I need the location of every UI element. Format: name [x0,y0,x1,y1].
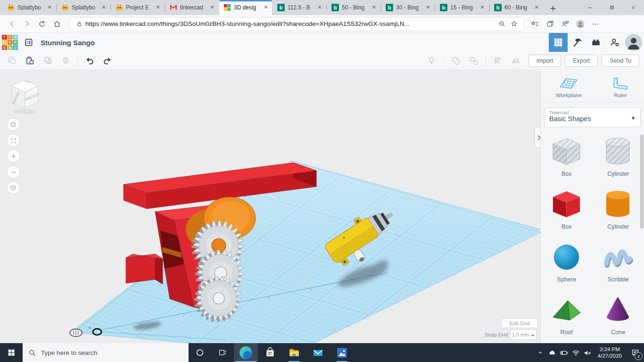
group-icon[interactable] [448,55,464,67]
tab-close-icon[interactable]: × [424,4,432,11]
redo-icon[interactable] [99,55,116,67]
align-icon[interactable] [490,55,506,67]
favorite-star-icon[interactable] [508,19,520,29]
import-button[interactable]: Import [528,55,561,67]
favorites-bar-icon[interactable] [528,17,542,31]
more-menu-icon[interactable] [588,17,603,31]
shape-sphere-sphere[interactable]: Sphere [541,239,593,292]
minimize-button[interactable] [579,0,601,15]
taskbar-app-file-explorer[interactable] [282,343,306,362]
tinkercad-logo[interactable]: TINKERCAD [2,35,18,50]
notification-center-icon[interactable]: 2 [626,343,644,362]
show-all-icon[interactable] [424,55,440,67]
viewport-3d[interactable]: × TOP FRONT RIGHT Edit Grid Snap Grid 1.… [0,69,540,343]
cortana-icon[interactable] [189,343,211,362]
tab-close-icon[interactable]: × [316,4,323,11]
account-avatar[interactable] [625,34,642,51]
browser-tab[interactable]: b15 - Bing× [436,0,488,15]
undo-icon[interactable] [82,55,98,67]
tab-close-icon[interactable]: × [46,4,53,11]
tab-close-icon[interactable]: × [208,4,216,11]
close-window-button[interactable] [622,0,644,15]
home-icon[interactable] [50,17,64,31]
tab-close-icon[interactable]: × [370,4,378,11]
shape-cone-cone[interactable]: Cone [593,292,644,345]
taskbar-app-mail[interactable] [306,343,330,362]
shape-cylinder-cylinder-orange[interactable]: Cylinder [593,187,644,239]
shape-scribble-scribble[interactable]: Scribble [593,239,644,292]
tab-close-icon[interactable]: × [262,4,270,11]
shape-roof-roof[interactable]: Roof [541,292,593,345]
minecraft-pickaxe-icon[interactable] [568,33,586,52]
design-properties-icon[interactable] [22,35,36,49]
shape-box-box-red[interactable]: Box [541,187,593,239]
shape-cylinder-cylinder-striped[interactable]: Cylinder [593,134,644,187]
paste-icon[interactable] [22,55,38,67]
browser-tab[interactable]: Project E× [111,0,164,15]
tab-close-icon[interactable]: × [533,4,540,11]
onedrive-icon[interactable] [546,343,558,362]
forward-icon[interactable] [20,17,34,31]
browser-tab[interactable]: b50 - Bing× [327,0,380,15]
start-button[interactable] [0,343,23,362]
sidebar-scrollbar[interactable] [640,134,644,229]
browser-tab[interactable]: 3D desig× [219,0,272,15]
clock[interactable]: 3:24 PM 4/27/2020 [594,346,626,359]
zoom-out-button[interactable] [7,165,20,179]
browser-tab[interactable]: Splattybo× [3,0,56,15]
maximize-button[interactable] [601,0,622,15]
small-red-cube[interactable] [126,254,163,284]
url-text[interactable]: https://www.tinkercad.com/things/3DSoUm0… [85,20,495,27]
taskbar-search[interactable]: Type here to search [23,343,189,362]
refresh-icon[interactable] [35,17,49,31]
delete-icon[interactable] [58,55,74,67]
collections-icon[interactable] [543,17,557,31]
design-title[interactable]: Stunning Sango [41,39,95,47]
edit-grid-button[interactable]: Edit Grid [501,318,538,328]
battery-icon[interactable] [558,343,570,362]
shape-library-select[interactable]: Tinkercad Basic Shapes ▼ [544,107,641,127]
browser-tab[interactable]: b60 - Bing× [490,0,543,15]
export-button[interactable]: Export [565,55,598,67]
workplane-tool[interactable]: Workplane [556,76,582,98]
taskbar-app-photos[interactable] [330,343,354,362]
logo-letter: D [13,45,18,50]
chevron-up-icon[interactable] [535,343,546,362]
ungroup-icon[interactable] [466,55,482,67]
perspective-button[interactable] [7,181,20,194]
duplicate-icon[interactable] [40,55,56,67]
browser-tab[interactable]: b30 - Bing× [381,0,434,15]
task-view-icon[interactable] [211,343,234,362]
home-view-button[interactable] [7,118,20,131]
address-bar[interactable]: https://www.tinkercad.com/things/3DSoUm0… [69,17,524,31]
tab-close-icon[interactable]: × [479,4,486,11]
invite-person-icon[interactable] [605,33,624,52]
mirror-icon[interactable] [508,55,524,67]
lego-brick-icon[interactable] [586,33,605,52]
shape-box-box-striped[interactable]: Box [541,134,593,187]
browser-profile-avatar[interactable] [573,17,587,31]
browser-tab[interactable]: tinkercad× [165,0,218,15]
taskbar-app-edge[interactable] [234,343,258,362]
scene-canvas[interactable]: × [0,69,540,343]
snap-grid-select[interactable]: 1.0 mm [510,329,537,340]
tab-close-icon[interactable]: × [154,4,162,11]
back-icon[interactable] [5,17,19,31]
taskbar-app-store[interactable] [258,343,282,362]
send-to-button[interactable]: Send To [602,55,639,67]
view-cube[interactable]: TOP FRONT RIGHT [8,77,42,117]
copy-icon[interactable] [4,55,20,67]
new-tab-button[interactable] [546,2,560,15]
fit-view-button[interactable] [7,134,20,147]
browser-tab[interactable]: Splattybo× [57,0,110,15]
tab-close-icon[interactable]: × [100,4,107,11]
ruler-tool-button[interactable]: Ruler [612,76,629,98]
wifi-icon[interactable] [570,343,582,362]
ruler-delete-icon[interactable]: × [88,325,91,330]
browser-tab[interactable]: b112.5 - B× [273,0,326,15]
volume-muted-icon[interactable] [582,343,594,362]
feedback-icon[interactable] [558,17,572,31]
zoom-in-button[interactable] [7,149,20,163]
blocks-grid-icon[interactable] [549,33,568,52]
zoom-out-icon[interactable] [495,19,508,29]
